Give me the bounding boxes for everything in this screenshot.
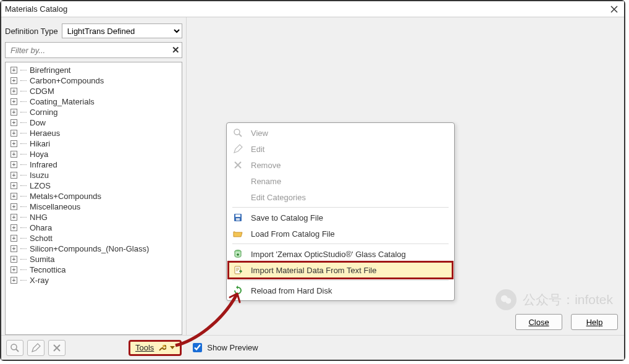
dialog-buttons: Close Help <box>515 314 618 330</box>
chevron-down-icon <box>170 346 175 349</box>
expand-icon[interactable]: + <box>11 172 17 179</box>
menu-label: Rename <box>251 177 281 186</box>
filter-clear-button[interactable]: ✕ <box>172 44 180 56</box>
tree-connector <box>20 91 27 91</box>
definition-type-row: Definition Type LightTrans Defined <box>5 21 182 42</box>
tree-item[interactable]: +Ohara <box>6 222 182 233</box>
expand-icon[interactable]: + <box>11 119 17 126</box>
tree-item[interactable]: +Corning <box>6 107 182 117</box>
svg-point-11 <box>163 345 165 347</box>
tree-item[interactable]: +Hikari <box>6 138 182 149</box>
show-preview-label: Show Preview <box>207 343 258 352</box>
tree-connector <box>20 101 27 102</box>
tree-item[interactable]: +Miscellaneous <box>6 201 182 212</box>
expand-icon[interactable]: + <box>11 266 17 273</box>
tree-item[interactable]: +Silicon+Compounds_(Non-Glass) <box>6 243 182 254</box>
menu-label: Remove <box>251 161 281 170</box>
svg-point-8 <box>505 298 511 303</box>
tools-button[interactable]: Tools <box>129 340 182 356</box>
menu-separator <box>232 207 449 208</box>
expand-icon[interactable]: + <box>11 203 17 210</box>
expand-icon[interactable]: + <box>11 161 17 168</box>
import-file-icon <box>231 263 245 277</box>
menu-item-save-catalog[interactable]: Save to Catalog File <box>229 210 452 226</box>
titlebar: Materials Catalog <box>1 1 624 17</box>
menu-item-edit-categories: Edit Categories <box>229 189 452 205</box>
close-button[interactable]: Close <box>515 314 562 330</box>
tree-item[interactable]: +Dow <box>6 117 182 128</box>
tree-item[interactable]: +Tecnottica <box>6 265 182 275</box>
expand-icon[interactable]: + <box>11 151 17 158</box>
watermark: 公众号：infotek <box>496 289 613 310</box>
main-area: View Edit Remove Rename Edit Categories <box>187 17 624 335</box>
magnifier-icon <box>231 126 245 140</box>
menu-item-load-catalog[interactable]: Load From Catalog File <box>229 226 452 242</box>
tree-item-label: X-ray <box>30 276 49 285</box>
expand-icon[interactable]: + <box>11 235 17 242</box>
filter-input[interactable] <box>5 42 182 58</box>
expand-icon[interactable]: + <box>11 214 17 221</box>
menu-separator <box>232 280 449 281</box>
tree-item[interactable]: +Coating_Materials <box>6 96 182 107</box>
tree-item[interactable]: +Infrared <box>6 159 182 170</box>
tree-item[interactable]: +NHG <box>6 212 182 222</box>
menu-item-remove: Remove <box>229 157 452 173</box>
tree-item[interactable]: +Carbon+Compounds <box>6 75 182 86</box>
tree-item[interactable]: +Schott <box>6 233 182 243</box>
magnifier-icon <box>10 343 20 353</box>
tree-item[interactable]: +Hoya <box>6 149 182 159</box>
expand-icon[interactable]: + <box>11 245 17 252</box>
pencil-icon <box>31 343 41 353</box>
tree-item[interactable]: +Metals+Compounds <box>6 191 182 201</box>
menu-item-rename: Rename <box>229 173 452 189</box>
tree-item-label: Sumita <box>30 255 54 264</box>
menu-item-import-zemax[interactable]: Import 'Zemax OpticStudio®' Glass Catalo… <box>229 246 452 262</box>
expand-icon[interactable]: + <box>11 256 17 263</box>
tree-item[interactable]: +X-ray <box>6 275 182 286</box>
svg-point-7 <box>501 295 508 302</box>
expand-icon[interactable]: + <box>11 182 17 189</box>
materials-tree[interactable]: +Birefringent +Carbon+Compounds +CDGM +C… <box>5 62 182 335</box>
expand-icon[interactable]: + <box>11 193 17 200</box>
tree-item-label: NHG <box>30 213 48 222</box>
expand-icon[interactable]: + <box>11 88 17 95</box>
menu-label: Edit <box>251 145 264 154</box>
tree-item-label: Hoya <box>30 150 48 159</box>
view-button[interactable] <box>6 340 23 356</box>
expand-icon[interactable]: + <box>11 77 17 84</box>
expand-icon[interactable]: + <box>11 130 17 137</box>
tree-item[interactable]: +Isuzu <box>6 170 182 180</box>
expand-icon[interactable]: + <box>11 140 17 147</box>
tree-connector <box>20 280 27 281</box>
svg-line-1 <box>239 134 242 137</box>
tree-item-label: Corning <box>30 108 58 117</box>
definition-type-select[interactable]: LightTrans Defined <box>62 23 182 38</box>
tree-connector <box>20 154 27 154</box>
menu-item-reload[interactable]: Reload from Hard Disk <box>229 282 452 298</box>
tree-connector <box>20 80 27 81</box>
expand-icon[interactable]: + <box>11 67 17 74</box>
tree-connector <box>20 112 27 112</box>
menu-item-import-text[interactable]: Import Material Data From Text File <box>229 262 452 278</box>
menu-label: Import 'Zemax OpticStudio®' Glass Catalo… <box>251 250 406 259</box>
save-icon <box>231 211 245 224</box>
import-db-icon <box>231 247 245 261</box>
tree-item[interactable]: +Birefringent <box>6 65 182 75</box>
menu-label: Save to Catalog File <box>251 213 323 222</box>
window-close-button[interactable] <box>608 3 620 15</box>
expand-icon[interactable]: + <box>11 109 17 116</box>
expand-icon[interactable]: + <box>11 224 17 231</box>
show-preview-row: Show Preview <box>190 341 258 354</box>
tree-item-label: Isuzu <box>30 171 49 180</box>
expand-icon[interactable]: + <box>11 277 17 284</box>
body: Definition Type LightTrans Defined ✕ +Bi… <box>1 17 624 335</box>
tree-item[interactable]: +Sumita <box>6 254 182 265</box>
delete-button[interactable] <box>48 340 65 356</box>
show-preview-checkbox[interactable] <box>193 343 202 352</box>
help-button[interactable]: Help <box>571 314 618 330</box>
edit-button[interactable] <box>27 340 44 356</box>
expand-icon[interactable]: + <box>11 98 17 105</box>
tree-item[interactable]: +CDGM <box>6 86 182 96</box>
tree-item[interactable]: +Heraeus <box>6 128 182 138</box>
tree-item[interactable]: +LZOS <box>6 180 182 191</box>
